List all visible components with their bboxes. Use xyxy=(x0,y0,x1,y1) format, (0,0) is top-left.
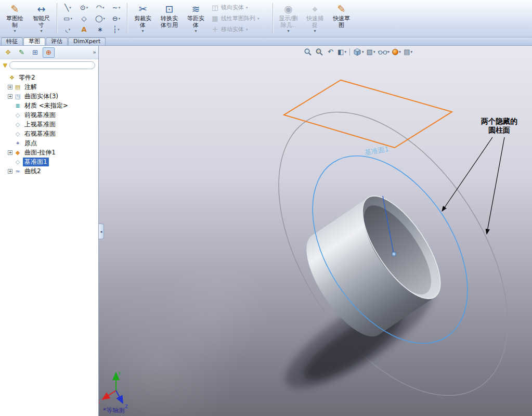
caret-down-icon: ▾ xyxy=(14,29,16,33)
offset-entities-button[interactable]: ≋ 等距实 体 ▾ xyxy=(183,2,209,35)
display-relations-icon: ◉ xyxy=(284,3,293,16)
tree-item-origin[interactable]: ⌖ 原点 xyxy=(0,138,98,148)
trim-entities-button[interactable]: ✂ 剪裁实 体 ▾ xyxy=(130,2,155,35)
move-entities-icon: ✛ xyxy=(211,25,219,33)
tree-item-material[interactable]: ≣ 材质 <未指定> xyxy=(0,101,98,110)
sketch-draw-button[interactable]: ✎ 草图绘 制 ▾ xyxy=(2,2,28,35)
configurationmanager-tab[interactable]: ⊞ xyxy=(29,47,41,58)
zoom-to-area-button[interactable] xyxy=(314,47,324,57)
propertymanager-icon: ✎ xyxy=(19,48,24,56)
convert-entities-label: 转换实 体引用 xyxy=(161,16,178,29)
plane1-label: 基准面1 xyxy=(364,145,390,157)
hide-show-items-button[interactable]: ▾ xyxy=(378,47,391,57)
tree-item-label: 曲面-拉伸1 xyxy=(23,148,57,157)
previous-view-button[interactable]: ↶ xyxy=(326,47,335,57)
caret-down-icon: ▾ xyxy=(119,17,121,21)
caret-down-icon: ▾ xyxy=(314,29,316,33)
caret-down-icon: ▾ xyxy=(70,17,72,21)
tree-filter-input[interactable] xyxy=(9,61,95,69)
convert-entities-button[interactable]: ⊡ 转换实 体引用 xyxy=(157,2,182,35)
curve-icon: ≈ xyxy=(14,168,21,175)
linear-sketch-pattern-button[interactable]: ▦ 线性草图阵列 ▾ xyxy=(210,14,270,23)
tree-item-surface-bodies[interactable]: + ◳ 曲面实体(3) xyxy=(0,92,98,101)
quick-snaps-button[interactable]: ⌖ 快速捕 捉 ▾ xyxy=(302,2,328,35)
view-orientation-button[interactable]: ▾ xyxy=(353,47,365,57)
commandmanager-tabstrip: 特征 草图 评估 DimXpert xyxy=(0,37,532,46)
move-entities-label: 移动实体 xyxy=(221,25,244,33)
display-delete-relations-button[interactable]: ◉ 显示/删 除几.. ▾ xyxy=(276,2,301,35)
panel-tabs: ❖ ✎ ⊞ ⊕ » xyxy=(0,46,98,59)
convert-entities-icon: ⊡ xyxy=(165,3,174,16)
caret-down-icon: ▾ xyxy=(388,50,390,54)
edit-appearance-button[interactable]: ▾ xyxy=(392,47,401,57)
circle-tool-button[interactable]: ⊙▾ xyxy=(76,2,92,13)
rectangle-tool-button[interactable]: ▭▾ xyxy=(60,13,76,24)
sketch-center-point[interactable] xyxy=(392,252,396,256)
tab-dimxpert[interactable]: DimXpert xyxy=(68,37,106,45)
caret-down-icon: ▾ xyxy=(410,50,412,54)
slot-icon: ⊖ xyxy=(112,15,118,22)
tree-item-curve2[interactable]: + ≈ 曲线2 xyxy=(0,166,98,176)
arc-tool-button[interactable]: ◠▾ xyxy=(92,2,108,13)
polygon-tool-button[interactable]: ◇ xyxy=(76,13,92,24)
spline-tool-button[interactable]: ~▾ xyxy=(108,2,124,13)
annotation-arrow-1 xyxy=(442,137,492,211)
polygon-icon: ◇ xyxy=(82,15,87,22)
caret-down-icon: ▾ xyxy=(118,28,120,32)
tree-item-plane1[interactable]: ◇ 基准面1 xyxy=(0,157,98,166)
caret-down-icon: ▾ xyxy=(194,29,197,33)
dimxpertmanager-tab[interactable]: ⊕ xyxy=(43,47,55,58)
graphics-viewport[interactable]: 基准面1 两个隐藏的 圆柱面 Y X Z *等轴测 xyxy=(99,46,532,416)
expand-toggle[interactable]: + xyxy=(8,85,12,89)
expand-toggle[interactable]: + xyxy=(8,150,12,155)
previous-view-icon: ↶ xyxy=(328,48,333,56)
toolbar-separator xyxy=(57,3,57,34)
centerline-tool-button[interactable]: ┆▾ xyxy=(108,24,124,35)
tab-evaluate[interactable]: 评估 xyxy=(46,37,68,45)
tab-sketch[interactable]: 草图 xyxy=(23,37,45,45)
featuremanager-tab[interactable]: ❖ xyxy=(2,47,14,58)
tree-item-right-plane[interactable]: ◇ 右视基准面 xyxy=(0,129,98,138)
linear-sketch-pattern-label: 线性草图阵列 xyxy=(221,15,255,22)
expand-toggle[interactable]: + xyxy=(8,94,12,99)
tab-features[interactable]: 特征 xyxy=(1,37,23,45)
rapid-sketch-button[interactable]: ✎ 快速草 图 xyxy=(329,2,354,35)
apply-scene-button[interactable]: ▤ ▾ xyxy=(403,47,413,57)
caret-down-icon: ▾ xyxy=(69,6,71,10)
tree-item-annotations[interactable]: + ▤ 注解 xyxy=(0,82,98,92)
mirror-entities-button[interactable]: ◫ 镜向实体 ▾ xyxy=(210,3,270,12)
plane1-outline[interactable] xyxy=(284,80,452,148)
solidworks-window: ✎ 草图绘 制 ▾ ↔ 智能尺 寸 ▾ ╲▾ ⊙▾ ◠▾ ~▾ ▭▾ ◇ ◯▾ … xyxy=(0,0,532,416)
plane-icon: ◇ xyxy=(14,121,21,128)
section-view-button[interactable]: ◧ ▾ xyxy=(337,47,347,57)
tree-item-surface-extrude1[interactable]: + ◆ 曲面-拉伸1 xyxy=(0,148,98,157)
ellipse-tool-button[interactable]: ◯▾ xyxy=(92,13,108,24)
toolbar-separator xyxy=(127,3,127,34)
main-toolbar: ✎ 草图绘 制 ▾ ↔ 智能尺 寸 ▾ ╲▾ ⊙▾ ◠▾ ~▾ ▭▾ ◇ ◯▾ … xyxy=(0,0,532,37)
text-icon: A xyxy=(81,25,86,33)
annotation-text-line2[interactable]: 圆柱面 xyxy=(488,126,510,134)
smart-dimension-button[interactable]: ↔ 智能尺 寸 ▾ xyxy=(29,2,54,35)
tree-item-top-plane[interactable]: ◇ 上视基准面 xyxy=(0,120,98,129)
section-view-icon: ◧ xyxy=(338,48,344,56)
slot-tool-button[interactable]: ⊖▾ xyxy=(108,13,124,24)
text-tool-button[interactable]: A xyxy=(76,24,92,35)
magnifier-area-icon xyxy=(315,48,323,56)
annotation-text-line1[interactable]: 两个隐藏的 xyxy=(481,117,517,125)
caret-down-icon: ▾ xyxy=(141,29,144,33)
tree-item-part-root[interactable]: ❖ 零件2 xyxy=(0,73,98,82)
caret-down-icon: ▾ xyxy=(344,50,346,54)
panel-expand-chevron[interactable]: » xyxy=(93,49,96,56)
line-tool-button[interactable]: ╲▾ xyxy=(60,2,76,13)
expand-toggle[interactable]: + xyxy=(8,169,12,174)
configurationmanager-icon: ⊞ xyxy=(32,48,38,56)
zoom-fit-button[interactable] xyxy=(303,47,313,57)
caret-down-icon: ▾ xyxy=(102,6,105,10)
tree-item-front-plane[interactable]: ◇ 前视基准面 xyxy=(0,110,98,120)
display-style-button[interactable]: ▧ ▾ xyxy=(366,47,376,57)
propertymanager-tab[interactable]: ✎ xyxy=(16,47,28,58)
move-entities-button[interactable]: ✛ 移动实体 ▾ xyxy=(210,24,270,34)
point-tool-button[interactable]: ∗ xyxy=(92,24,108,35)
panel-collapse-handle[interactable]: ◂ xyxy=(99,224,104,239)
fillet-tool-button[interactable]: ◟▾ xyxy=(60,24,76,35)
